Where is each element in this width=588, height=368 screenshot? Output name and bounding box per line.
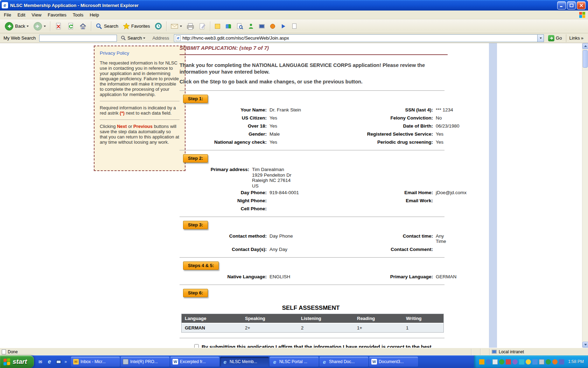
close-button[interactable] bbox=[577, 1, 586, 9]
forward-button[interactable] bbox=[31, 20, 48, 32]
tray-icon[interactable] bbox=[559, 359, 564, 364]
tray-icon[interactable] bbox=[486, 359, 491, 364]
step-1-button[interactable]: Step 1: bbox=[183, 95, 208, 103]
show-desktop-icon[interactable] bbox=[55, 359, 62, 365]
task-button-nlsc-membership[interactable]: eNLSC Memb... bbox=[220, 357, 269, 367]
tray-icon[interactable] bbox=[519, 359, 524, 364]
task-button-excerpted[interactable]: WExcerpted fr... bbox=[170, 357, 219, 367]
web-search-input[interactable] bbox=[39, 35, 117, 42]
research-button[interactable] bbox=[234, 20, 245, 32]
step-2-button[interactable]: Step 2: bbox=[183, 154, 208, 163]
tray-icon[interactable] bbox=[552, 359, 558, 364]
taskbar-clock[interactable]: 1:58 PM bbox=[568, 359, 584, 364]
media-button[interactable] bbox=[279, 20, 288, 32]
affirmation-checkbox[interactable] bbox=[194, 344, 199, 348]
menu-edit[interactable]: Edit bbox=[14, 11, 28, 19]
task-button-intel[interactable]: Intel(R) PRO... bbox=[121, 357, 169, 367]
document-icon bbox=[291, 23, 298, 29]
address-dropdown-button[interactable] bbox=[537, 35, 544, 42]
field-label: Contact method: bbox=[180, 233, 270, 244]
print-button[interactable] bbox=[185, 20, 196, 32]
address-bar: My Web Search Search Address e http://hv… bbox=[0, 33, 588, 43]
edit-button[interactable] bbox=[197, 20, 208, 32]
task-button-shared-doc[interactable]: eShared Doc... bbox=[320, 357, 368, 367]
maximize-button[interactable] bbox=[567, 1, 576, 9]
steps-4-5-button[interactable]: Steps 4 & 5: bbox=[183, 261, 219, 270]
menu-file[interactable]: File bbox=[1, 11, 14, 19]
forward-dropdown-icon[interactable] bbox=[44, 26, 46, 27]
quick-launch-chevron-icon[interactable]: » bbox=[64, 359, 67, 364]
field-value: Any Day bbox=[270, 247, 336, 252]
tray-icon[interactable] bbox=[539, 359, 544, 364]
quick-launch-mail-icon[interactable]: ✉ bbox=[37, 359, 43, 365]
tray-icon[interactable] bbox=[526, 359, 531, 364]
step-6-button[interactable]: Step 6: bbox=[183, 289, 208, 297]
intel-proset-icon bbox=[123, 359, 128, 364]
msn-icon bbox=[270, 23, 276, 29]
step-3-fields: Contact method:Day PhoneContact time:Any… bbox=[180, 233, 448, 252]
task-button-inbox[interactable]: ✉Inbox - Micr... bbox=[71, 357, 120, 367]
tray-icon[interactable] bbox=[512, 359, 518, 364]
privacy-policy-title[interactable]: Privacy Policy bbox=[100, 50, 180, 56]
ie-icon: e bbox=[272, 359, 278, 364]
tray-icon[interactable] bbox=[492, 359, 498, 364]
favorites-button[interactable]: Favorites bbox=[121, 20, 152, 32]
step-3-button[interactable]: Step 3: bbox=[183, 221, 208, 229]
scroll-up-button[interactable] bbox=[582, 43, 588, 49]
notes-button[interactable] bbox=[213, 20, 223, 32]
menu-help[interactable]: Help bbox=[86, 11, 102, 19]
media-play-icon bbox=[280, 23, 287, 29]
field-value: Yes bbox=[270, 139, 336, 145]
address-url[interactable]: http://hvnc-web3.gdit.com/nlsc/SecureWeb… bbox=[182, 35, 536, 41]
task-button-nlsc-portal[interactable]: eNLSC Portal ... bbox=[270, 357, 318, 367]
web-search-dropdown-icon[interactable] bbox=[143, 38, 145, 39]
back-dropdown-icon[interactable] bbox=[27, 26, 29, 27]
status-page-icon bbox=[2, 349, 6, 354]
document-button[interactable] bbox=[289, 20, 299, 32]
address-field[interactable]: e http://hvnc-web3.gdit.com/nlsc/SecureW… bbox=[174, 34, 544, 42]
vertical-scrollbar[interactable] bbox=[582, 43, 588, 348]
column-header: Language bbox=[182, 314, 242, 323]
affirmation-row: By submitting this application I affirm … bbox=[194, 343, 448, 348]
messenger-icon bbox=[248, 23, 254, 29]
table-header-row: Language Speaking Listening Reading Writ… bbox=[182, 314, 443, 323]
menu-tools[interactable]: Tools bbox=[70, 11, 86, 19]
menu-favorites[interactable]: Favorites bbox=[44, 11, 69, 19]
tray-icon[interactable] bbox=[532, 359, 538, 364]
quick-launch-ie-icon[interactable]: e bbox=[46, 359, 52, 365]
web-search-button[interactable]: Search bbox=[119, 34, 147, 42]
links-button[interactable]: Links » bbox=[566, 34, 586, 42]
msn-button[interactable] bbox=[268, 20, 278, 32]
section-divider bbox=[180, 90, 444, 91]
search-button[interactable]: Search bbox=[94, 20, 120, 32]
discuss-button[interactable] bbox=[224, 20, 233, 32]
tray-icon[interactable] bbox=[499, 359, 504, 364]
back-button[interactable]: Back bbox=[3, 20, 30, 32]
scroll-down-button[interactable] bbox=[582, 342, 588, 348]
start-button[interactable]: start bbox=[0, 355, 34, 368]
field-label: Email Work: bbox=[336, 198, 436, 203]
start-label: start bbox=[13, 358, 27, 366]
minimize-button[interactable] bbox=[557, 1, 566, 9]
toolbar-separator bbox=[210, 21, 210, 31]
menu-view[interactable]: View bbox=[28, 11, 44, 19]
stop-button[interactable] bbox=[53, 20, 64, 32]
go-button[interactable]: Go bbox=[546, 34, 564, 42]
desktop-button[interactable] bbox=[257, 20, 267, 32]
history-button[interactable] bbox=[153, 20, 164, 32]
task-button-document3[interactable]: WDocument3... bbox=[369, 357, 418, 367]
messenger-button[interactable] bbox=[246, 20, 256, 32]
browser-viewport: Privacy Policy The requested information… bbox=[0, 43, 588, 348]
field-label: Registered Selective Service: bbox=[336, 131, 436, 137]
divider bbox=[100, 101, 180, 101]
tray-icon[interactable] bbox=[506, 359, 511, 364]
column-header: Speaking bbox=[242, 314, 298, 323]
tray-icon[interactable] bbox=[479, 359, 484, 364]
search-icon bbox=[121, 35, 126, 41]
scrollbar-thumb[interactable] bbox=[583, 50, 588, 68]
home-button[interactable] bbox=[77, 20, 89, 32]
tray-icon[interactable] bbox=[546, 359, 551, 364]
mail-button[interactable] bbox=[169, 20, 184, 32]
mail-dropdown-icon[interactable] bbox=[180, 26, 182, 27]
refresh-button[interactable] bbox=[65, 20, 76, 32]
